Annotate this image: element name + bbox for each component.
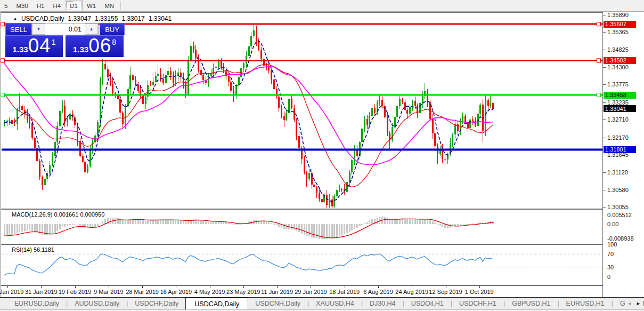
one-click-trading-panel: 1.33 04 1 1.33 06 8 SELL ▼ ▲ BUY [5,23,124,57]
macd-axis-tick: 0.00 [607,221,618,227]
price-level-label: 1.35607 [604,21,636,28]
rsi-axis-tick: 100 [607,241,617,248]
ma-line-5 [4,41,493,202]
ohlc-low: 1.33017 [121,15,144,22]
rsi-axis-tick: 30 [607,264,614,270]
buy-price-block[interactable]: 1.33 06 8 [66,35,124,57]
buy-price-small: 1.33 [73,45,88,53]
ohlc-close: 1.33041 [149,15,172,22]
lot-increase-button[interactable]: ▲ [85,23,98,35]
sell-price-block[interactable]: 1.33 04 1 [5,35,63,57]
sell-button[interactable]: SELL [5,23,32,36]
rsi-axis-tick: 70 [607,251,614,257]
hline-handle[interactable] [597,59,601,62]
macd-indicator-label: MACD(12,26,9) 0.001661 0.000950 [12,211,104,218]
ohlc-open: 1.33047 [68,15,91,22]
axis-tick-mark [603,155,606,155]
buy-price-sup: 8 [112,38,116,46]
rsi-axis-tick: 0 [607,274,610,280]
price-axis-tick: 1.34825 [607,46,629,53]
lot-decrease-button[interactable]: ▼ [32,23,45,35]
price-axis-tick: 1.34300 [607,64,629,70]
rsi-level-lines [2,254,602,267]
hline-handle[interactable] [1,59,5,62]
price-axis-tick: 1.32170 [607,134,629,141]
sell-price-sup: 1 [52,38,56,46]
axis-tick-mark [603,15,606,15]
axis-tick-mark [603,32,606,33]
buy-price-big: 06 [88,36,111,55]
hline-handle[interactable] [597,22,601,26]
sell-price-small: 1.33 [12,45,28,53]
hline-1.34502[interactable] [1,59,603,62]
axis-tick-mark [603,138,606,138]
macd-axis-tick: -0.008938 [607,235,634,242]
hline-handle[interactable] [1,93,5,97]
price-axis-tick: 1.32710 [607,116,629,123]
current-price-label: 1.33041 [604,105,636,112]
axis-tick-mark [603,50,606,50]
axis-tick-mark [603,172,606,173]
axis-tick-mark [603,84,606,85]
axis-tick-mark [603,207,606,208]
axis-tick-mark [603,190,606,190]
buy-button[interactable]: BUY [100,23,125,36]
price-axis-tick: 1.35365 [607,29,629,35]
rsi-indicator-label: RSI(14) 56.1181 [12,246,54,253]
hline-handle[interactable] [1,22,5,26]
lot-size-box: ▼ ▲ [31,23,99,35]
sell-price-big: 04 [28,36,51,55]
price-axis-tick: 1.31120 [607,169,628,176]
hline-handle[interactable] [597,93,601,97]
price-level-label: 1.31801 [604,146,636,153]
price-axis: 1.358901.353651.348251.343001.337751.332… [603,12,644,297]
ohlc-high: 1.33155 [95,15,118,22]
macd-histogram [4,217,494,239]
lot-size-input[interactable] [45,23,85,35]
macd-axis-tick: 0.005512 [607,212,632,218]
axis-tick-mark [603,119,606,120]
symbol-title: USDCAD,Daily [21,15,64,22]
price-axis-tick: 1.35890 [607,12,629,18]
axis-tick-mark [603,102,606,103]
hline-1.33458[interactable] [1,93,603,97]
axis-tick-mark [603,67,606,68]
price-axis-tick: 1.33235 [607,99,629,106]
price-axis-tick: 1.30580 [607,187,629,193]
price-level-label: 1.34502 [604,57,636,64]
price-axis-tick: 1.30055 [607,204,629,210]
price-level-label: 1.33458 [604,92,636,99]
price-axis-tick: 1.33775 [607,81,629,87]
chart-title: ▲USDCAD,Daily1.330471.331551.330171.3304… [13,15,172,22]
rsi-line [4,254,493,275]
collapse-panel-icon[interactable]: ▲ [13,16,18,21]
